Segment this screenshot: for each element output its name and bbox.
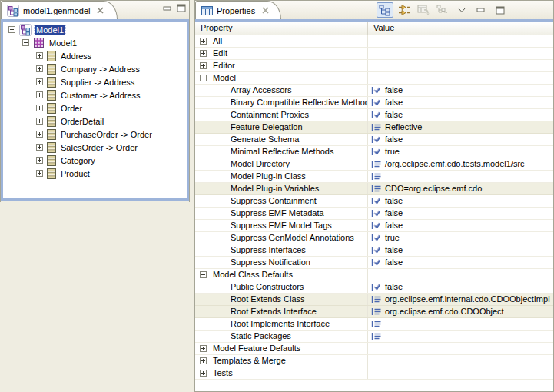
property-cell[interactable]: Suppress GenModel Annotations	[195, 232, 368, 244]
expand-plus-icon[interactable]	[200, 38, 207, 45]
property-cell[interactable]: Model Plug-in Class	[195, 171, 368, 182]
expand-plus-icon[interactable]	[200, 50, 207, 57]
property-cell[interactable]: Root Extends Class	[195, 294, 368, 305]
minimize-icon[interactable]	[473, 2, 489, 18]
minimize-icon[interactable]	[163, 5, 172, 12]
property-cell[interactable]: Public Constructors	[195, 281, 368, 293]
expand-plus-icon[interactable]	[36, 65, 43, 72]
property-row-root-extends-class[interactable]: Root Extends Classorg.eclipse.emf.intern…	[195, 294, 553, 306]
property-cell[interactable]: Minimal Reflective Methods	[195, 146, 368, 158]
property-row-suppress-emf-model-tags[interactable]: Suppress EMF Model Tagsfalse	[195, 220, 553, 232]
tree-item-orderdetail-7[interactable]: OrderDetail	[3, 115, 187, 128]
property-row-edit[interactable]: Edit	[195, 48, 553, 60]
property-row-root-implements-interface[interactable]: Root Implements Interface	[195, 318, 553, 331]
category-cell[interactable]: Edit	[195, 48, 368, 59]
value-cell[interactable]: /org.eclipse.emf.cdo.tests.model1/src	[368, 158, 553, 170]
category-cell[interactable]: Model Feature Defaults	[195, 343, 368, 354]
property-cell[interactable]: Model Plug-in Variables	[195, 183, 368, 194]
tree-item-model1-1[interactable]: Model1	[3, 36, 187, 49]
collapse-minus-icon[interactable]	[200, 75, 207, 81]
property-row-model-plug-in-class[interactable]: Model Plug-in Class	[195, 171, 553, 183]
view-menu-icon[interactable]	[453, 2, 470, 18]
value-cell[interactable]	[368, 355, 553, 367]
property-cell[interactable]: Binary Compatible Reflective Methods	[195, 97, 368, 108]
expand-plus-icon[interactable]	[200, 370, 207, 377]
property-row-model[interactable]: Model	[195, 72, 553, 85]
value-cell[interactable]	[368, 343, 553, 354]
column-header-property[interactable]: Property	[195, 22, 368, 35]
close-icon[interactable]	[262, 7, 269, 14]
value-cell[interactable]: true	[368, 146, 553, 158]
property-cell[interactable]: Suppress EMF Metadata	[195, 208, 368, 219]
show-categories-icon[interactable]	[377, 2, 393, 18]
property-row-array-accessors[interactable]: Array Accessorsfalse	[195, 85, 553, 97]
value-cell[interactable]: Reflective	[368, 121, 553, 133]
property-row-model-class-defaults[interactable]: Model Class Defaults	[195, 269, 553, 281]
value-cell[interactable]: CDO=org.eclipse.emf.cdo	[368, 183, 553, 194]
property-row-all[interactable]: All	[195, 35, 553, 48]
category-cell[interactable]: Editor	[195, 60, 368, 71]
property-cell[interactable]: Static Packages	[195, 331, 368, 342]
properties-tab[interactable]: Properties	[195, 1, 281, 19]
value-cell[interactable]: org.eclipse.emf.internal.cdo.CDOObjectIm…	[368, 294, 553, 305]
expand-plus-icon[interactable]	[200, 357, 207, 364]
value-cell[interactable]: false	[368, 220, 553, 231]
tree-item-model1-0[interactable]: Model1	[3, 23, 187, 36]
property-row-binary-compatible-reflective-methods[interactable]: Binary Compatible Reflective Methodsfals…	[195, 97, 553, 109]
value-cell[interactable]: false	[368, 244, 553, 256]
collapse-minus-icon[interactable]	[8, 26, 15, 33]
property-row-suppress-containment[interactable]: Suppress Containmentfalse	[195, 195, 553, 208]
value-cell[interactable]	[368, 72, 553, 84]
value-cell[interactable]: false	[368, 195, 553, 207]
property-row-templates-merge[interactable]: Templates & Merge	[195, 355, 553, 367]
maximize-icon[interactable]	[492, 2, 509, 18]
close-icon[interactable]	[97, 7, 104, 14]
expand-plus-icon[interactable]	[36, 144, 43, 151]
show-advanced-properties-icon[interactable]	[396, 2, 413, 18]
expand-plus-icon[interactable]	[36, 157, 43, 164]
property-row-editor[interactable]: Editor	[195, 60, 553, 72]
tree-item-order-6[interactable]: Order	[3, 101, 187, 115]
property-cell[interactable]: Root Extends Interface	[195, 306, 368, 317]
collapse-minus-icon[interactable]	[200, 271, 207, 278]
property-row-containment-proxies[interactable]: Containment Proxiesfalse	[195, 109, 553, 121]
value-cell[interactable]: false	[368, 281, 553, 293]
value-cell[interactable]: false	[368, 109, 553, 121]
property-row-suppress-interfaces[interactable]: Suppress Interfacesfalse	[195, 244, 553, 257]
category-cell[interactable]: Model Class Defaults	[195, 269, 368, 281]
category-cell[interactable]: Tests	[195, 367, 368, 379]
expand-plus-icon[interactable]	[36, 52, 43, 59]
property-cell[interactable]: Model Directory	[195, 158, 368, 170]
value-cell[interactable]: org.eclipse.emf.cdo.CDOObject	[368, 306, 553, 317]
property-row-root-extends-interface[interactable]: Root Extends Interfaceorg.eclipse.emf.cd…	[195, 306, 553, 318]
property-cell[interactable]: Feature Delegation	[195, 121, 368, 133]
tree-item-category-10[interactable]: Category	[3, 154, 187, 167]
property-cell[interactable]: Containment Proxies	[195, 109, 368, 121]
property-cell[interactable]: Suppress EMF Model Tags	[195, 220, 368, 231]
tree-item-salesorder-order-9[interactable]: SalesOrder -> Order	[3, 141, 187, 154]
property-cell[interactable]: Suppress Interfaces	[195, 244, 368, 256]
value-cell[interactable]: false	[368, 97, 553, 108]
value-cell[interactable]	[368, 269, 553, 281]
property-row-model-directory[interactable]: Model Directory/org.eclipse.emf.cdo.test…	[195, 158, 553, 171]
property-row-suppress-emf-metadata[interactable]: Suppress EMF Metadatafalse	[195, 208, 553, 220]
value-cell[interactable]	[368, 318, 553, 330]
maximize-icon[interactable]	[177, 4, 186, 12]
category-cell[interactable]: Model	[195, 72, 368, 84]
tree-item-product-11[interactable]: Product	[3, 167, 187, 180]
property-row-model-feature-defaults[interactable]: Model Feature Defaults	[195, 343, 553, 355]
expand-plus-icon[interactable]	[36, 170, 43, 177]
expand-plus-icon[interactable]	[36, 131, 43, 138]
property-row-model-plug-in-variables[interactable]: Model Plug-in VariablesCDO=org.eclipse.e…	[195, 183, 553, 195]
expand-plus-icon[interactable]	[36, 105, 43, 111]
property-row-feature-delegation[interactable]: Feature DelegationReflective	[195, 121, 553, 134]
value-cell[interactable]: false	[368, 208, 553, 219]
property-cell[interactable]: Generate Schema	[195, 134, 368, 145]
property-row-tests[interactable]: Tests	[195, 367, 553, 380]
property-cell[interactable]: Root Implements Interface	[195, 318, 368, 330]
value-cell[interactable]	[368, 171, 553, 182]
value-cell[interactable]	[368, 367, 553, 379]
expand-plus-icon[interactable]	[36, 78, 43, 85]
property-cell[interactable]: Suppress Containment	[195, 195, 368, 207]
property-row-suppress-notification[interactable]: Suppress Notificationfalse	[195, 257, 553, 269]
